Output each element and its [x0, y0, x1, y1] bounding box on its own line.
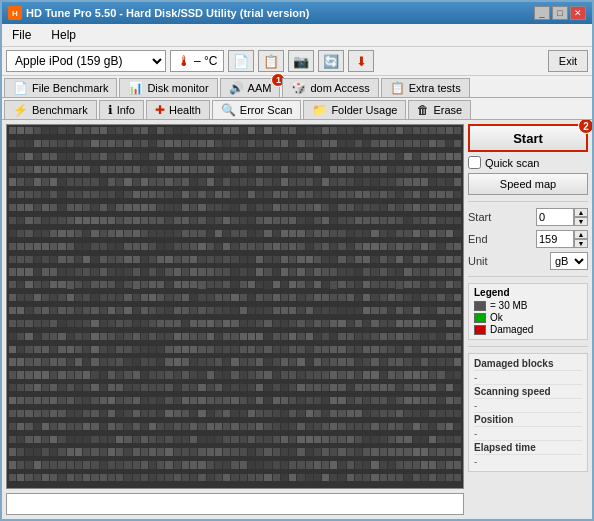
grid-cell: [248, 281, 255, 288]
grid-cell: [347, 333, 354, 340]
grid-cell: [330, 243, 337, 250]
grid-cell: [141, 140, 148, 147]
grid-cell: [306, 333, 313, 340]
grid-cell: [149, 448, 156, 455]
end-spinner-up[interactable]: ▲: [574, 230, 588, 239]
grid-cell: [281, 436, 288, 443]
grid-cell: [429, 204, 436, 211]
grid-cell: [25, 384, 32, 391]
tab-erase[interactable]: 🗑 Erase: [408, 100, 471, 119]
grid-cell: [281, 178, 288, 185]
grid-cell: [363, 256, 370, 263]
menu-file[interactable]: File: [6, 26, 37, 44]
grid-cell: [25, 140, 32, 147]
grid-cell: [223, 140, 230, 147]
grid-cell: [306, 178, 313, 185]
grid-cell: [67, 294, 74, 301]
grid-cell: [34, 127, 41, 134]
grid-cell: [437, 358, 444, 365]
end-input[interactable]: [536, 230, 574, 248]
grid-cell: [116, 346, 123, 353]
elapsed-time-value-row: -: [474, 455, 582, 468]
grid-cell: [281, 333, 288, 340]
grid-cell: [314, 268, 321, 275]
unit-select[interactable]: gB MB LBA: [550, 252, 588, 270]
toolbar-btn-1[interactable]: 📄: [228, 50, 254, 72]
grid-cell: [437, 397, 444, 404]
grid-cell: [17, 281, 24, 288]
grid-cell: [314, 166, 321, 173]
tab-info[interactable]: ℹ Info: [99, 100, 144, 119]
tab-random-access[interactable]: 🎲 dom Access: [282, 78, 378, 97]
grid-cell: [133, 410, 140, 417]
grid-cell: [223, 217, 230, 224]
menu-help[interactable]: Help: [45, 26, 82, 44]
health-icon: ✚: [155, 103, 165, 117]
grid-cell: [133, 436, 140, 443]
grid-cell: [108, 436, 115, 443]
tab-file-benchmark[interactable]: 📄 File Benchmark: [4, 78, 117, 97]
tab-benchmark[interactable]: ⚡ Benchmark: [4, 100, 97, 119]
grid-cell: [437, 166, 444, 173]
tab-error-scan[interactable]: 🔍 Error Scan: [212, 100, 302, 119]
grid-cell: [190, 358, 197, 365]
start-button[interactable]: Start 2: [468, 124, 588, 152]
grid-cell: [256, 307, 263, 314]
grid-cell: [421, 436, 428, 443]
exit-button[interactable]: Exit: [548, 50, 588, 72]
grid-cell: [174, 384, 181, 391]
grid-cell: [108, 256, 115, 263]
grid-cell: [380, 281, 387, 288]
grid-cell: [454, 474, 461, 481]
close-button[interactable]: ✕: [570, 6, 586, 20]
grid-cell: [9, 397, 16, 404]
grid-cell: [297, 448, 304, 455]
grid-cell: [330, 333, 337, 340]
grid-cell: [396, 358, 403, 365]
grid-cell: [273, 178, 280, 185]
quick-scan-checkbox[interactable]: [468, 156, 481, 169]
grid-cell: [404, 166, 411, 173]
grid-cell: [17, 358, 24, 365]
toolbar-btn-2[interactable]: 📋: [258, 50, 284, 72]
grid-cell: [157, 384, 164, 391]
grid-cell: [306, 397, 313, 404]
grid-cell: [91, 474, 98, 481]
grid-cell: [289, 268, 296, 275]
start-spinner-up[interactable]: ▲: [574, 208, 588, 217]
grid-cell: [429, 230, 436, 237]
end-spinner-down[interactable]: ▼: [574, 239, 588, 248]
grid-cell: [273, 217, 280, 224]
tab-health[interactable]: ✚ Health: [146, 100, 210, 119]
toolbar-btn-download[interactable]: ⬇: [348, 50, 374, 72]
grid-cell: [248, 268, 255, 275]
grid-cell: [297, 230, 304, 237]
start-input[interactable]: [536, 208, 574, 226]
grid-cell: [133, 243, 140, 250]
maximize-button[interactable]: □: [552, 6, 568, 20]
speed-map-button[interactable]: Speed map: [468, 173, 588, 195]
grid-cell: [306, 256, 313, 263]
grid-cell: [248, 127, 255, 134]
grid-cell: [91, 423, 98, 430]
tab-extra-tests[interactable]: 📋 Extra tests: [381, 78, 470, 97]
grid-cell: [330, 294, 337, 301]
grid-cell: [248, 191, 255, 198]
grid-cell: [264, 423, 271, 430]
grid-cell: [182, 281, 189, 288]
grid-cell: [198, 243, 205, 250]
grid-cell: [108, 358, 115, 365]
tab-aam[interactable]: 🔊 AAM 1: [220, 78, 281, 97]
grid-cell: [437, 423, 444, 430]
device-select[interactable]: Apple iPod (159 gB): [6, 50, 166, 72]
grid-cell: [404, 371, 411, 378]
tab-disk-monitor[interactable]: 📊 Disk monitor: [119, 78, 217, 97]
tab-folder-usage[interactable]: 📁 Folder Usage: [303, 100, 406, 119]
start-spinner-down[interactable]: ▼: [574, 217, 588, 226]
grid-cell: [50, 384, 57, 391]
toolbar-btn-camera[interactable]: 📷: [288, 50, 314, 72]
grid-cell: [75, 204, 82, 211]
grid-cell: [273, 320, 280, 327]
toolbar-btn-refresh[interactable]: 🔄: [318, 50, 344, 72]
minimize-button[interactable]: _: [534, 6, 550, 20]
